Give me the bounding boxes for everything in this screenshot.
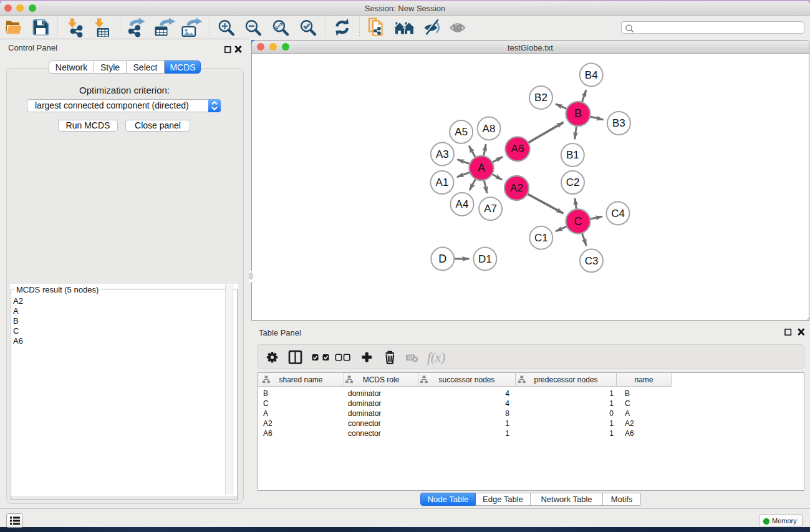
svg-text:B: B <box>574 107 582 120</box>
svg-text:C4: C4 <box>611 208 625 220</box>
svg-text:C2: C2 <box>566 177 580 188</box>
svg-text:B3: B3 <box>612 117 625 129</box>
svg-text:A6: A6 <box>511 143 524 155</box>
svg-text:B2: B2 <box>534 92 547 104</box>
svg-text:C: C <box>574 215 582 228</box>
svg-text:A7: A7 <box>484 203 497 215</box>
svg-text:A5: A5 <box>455 126 468 138</box>
svg-text:C1: C1 <box>534 232 548 244</box>
svg-text:A: A <box>478 162 485 174</box>
svg-text:A2: A2 <box>510 182 523 194</box>
svg-text:A8: A8 <box>483 123 496 135</box>
svg-text:A1: A1 <box>436 177 449 188</box>
svg-text:B4: B4 <box>585 69 598 81</box>
svg-text:A4: A4 <box>456 198 469 210</box>
svg-text:D1: D1 <box>478 253 492 265</box>
svg-text:A3: A3 <box>436 148 449 160</box>
svg-text:B1: B1 <box>566 149 579 161</box>
svg-text:f(x): f(x) <box>427 350 445 365</box>
svg-text:C3: C3 <box>585 255 599 267</box>
svg-text:D: D <box>438 253 446 265</box>
